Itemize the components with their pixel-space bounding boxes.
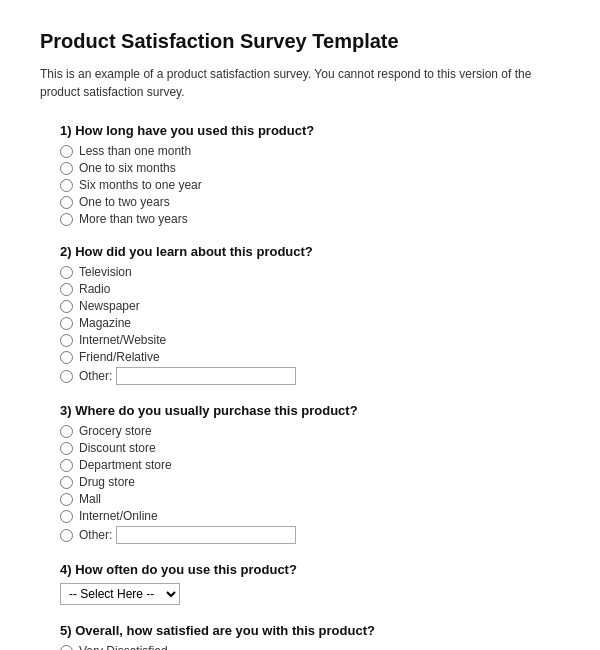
question-block-q1: 1) How long have you used this product?L…: [40, 123, 560, 226]
option-text-q2_2: Radio: [79, 282, 110, 296]
survey-form: 1) How long have you used this product?L…: [40, 123, 560, 650]
radio-q1_1[interactable]: [60, 145, 73, 158]
option-text-q2_4: Magazine: [79, 316, 131, 330]
option-text-q2_3: Newspaper: [79, 299, 140, 313]
option-row-q3_3: Department store: [60, 458, 560, 472]
option-row-q2_6: Friend/Relative: [60, 350, 560, 364]
option-row-q3_4: Drug store: [60, 475, 560, 489]
question-block-q2: 2) How did you learn about this product?…: [40, 244, 560, 385]
select-row-q4: -- Select Here --DailyWeeklyMonthlyRarel…: [60, 583, 560, 605]
question-block-q4: 4) How often do you use this product?-- …: [40, 562, 560, 605]
option-text-q5_1: Very Dissatisfied: [79, 644, 168, 650]
option-row-q3_2: Discount store: [60, 441, 560, 455]
radio-q2_6[interactable]: [60, 351, 73, 364]
radio-q3_3[interactable]: [60, 459, 73, 472]
option-row-q2_1: Television: [60, 265, 560, 279]
radio-q2_4[interactable]: [60, 317, 73, 330]
radio-q2_7[interactable]: [60, 370, 73, 383]
other-input-q3[interactable]: [116, 526, 296, 544]
option-row-q1_1: Less than one month: [60, 144, 560, 158]
option-row-q2_7: Other:: [60, 367, 560, 385]
option-row-q3_5: Mall: [60, 492, 560, 506]
option-text-q2_6: Friend/Relative: [79, 350, 160, 364]
radio-q1_5[interactable]: [60, 213, 73, 226]
page-title: Product Satisfaction Survey Template: [40, 30, 560, 53]
option-text-q3_4: Drug store: [79, 475, 135, 489]
option-text-q1_5: More than two years: [79, 212, 188, 226]
radio-q1_4[interactable]: [60, 196, 73, 209]
radio-q2_5[interactable]: [60, 334, 73, 347]
option-row-q1_2: One to six months: [60, 161, 560, 175]
radio-q2_1[interactable]: [60, 266, 73, 279]
radio-q3_7[interactable]: [60, 529, 73, 542]
option-text-q3_5: Mall: [79, 492, 101, 506]
question-label-q1: 1) How long have you used this product?: [60, 123, 560, 138]
radio-q1_2[interactable]: [60, 162, 73, 175]
radio-q2_2[interactable]: [60, 283, 73, 296]
option-row-q1_3: Six months to one year: [60, 178, 560, 192]
option-row-q3_6: Internet/Online: [60, 509, 560, 523]
radio-q3_1[interactable]: [60, 425, 73, 438]
option-text-q1_3: Six months to one year: [79, 178, 202, 192]
option-row-q2_4: Magazine: [60, 316, 560, 330]
option-row-q2_5: Internet/Website: [60, 333, 560, 347]
radio-q5_1[interactable]: [60, 645, 73, 651]
radio-q3_2[interactable]: [60, 442, 73, 455]
option-row-q2_3: Newspaper: [60, 299, 560, 313]
option-text-q3_7: Other:: [79, 528, 112, 542]
radio-q2_3[interactable]: [60, 300, 73, 313]
option-text-q1_2: One to six months: [79, 161, 176, 175]
option-row-q5_1: Very Dissatisfied: [60, 644, 560, 650]
question-label-q2: 2) How did you learn about this product?: [60, 244, 560, 259]
question-label-q4: 4) How often do you use this product?: [60, 562, 560, 577]
question-label-q5: 5) Overall, how satisfied are you with t…: [60, 623, 560, 638]
radio-q3_5[interactable]: [60, 493, 73, 506]
option-row-q1_4: One to two years: [60, 195, 560, 209]
question-block-q5: 5) Overall, how satisfied are you with t…: [40, 623, 560, 650]
option-text-q3_3: Department store: [79, 458, 172, 472]
option-text-q1_4: One to two years: [79, 195, 170, 209]
option-text-q2_7: Other:: [79, 369, 112, 383]
radio-q1_3[interactable]: [60, 179, 73, 192]
option-text-q2_5: Internet/Website: [79, 333, 166, 347]
option-row-q2_2: Radio: [60, 282, 560, 296]
option-text-q3_2: Discount store: [79, 441, 156, 455]
option-text-q3_1: Grocery store: [79, 424, 152, 438]
other-input-q2[interactable]: [116, 367, 296, 385]
option-text-q2_1: Television: [79, 265, 132, 279]
option-row-q3_1: Grocery store: [60, 424, 560, 438]
option-row-q3_7: Other:: [60, 526, 560, 544]
radio-q3_4[interactable]: [60, 476, 73, 489]
option-text-q1_1: Less than one month: [79, 144, 191, 158]
question-label-q3: 3) Where do you usually purchase this pr…: [60, 403, 560, 418]
question-block-q3: 3) Where do you usually purchase this pr…: [40, 403, 560, 544]
option-text-q3_6: Internet/Online: [79, 509, 158, 523]
select-q4[interactable]: -- Select Here --DailyWeeklyMonthlyRarel…: [60, 583, 180, 605]
page-description: This is an example of a product satisfac…: [40, 65, 560, 101]
option-row-q1_5: More than two years: [60, 212, 560, 226]
radio-q3_6[interactable]: [60, 510, 73, 523]
